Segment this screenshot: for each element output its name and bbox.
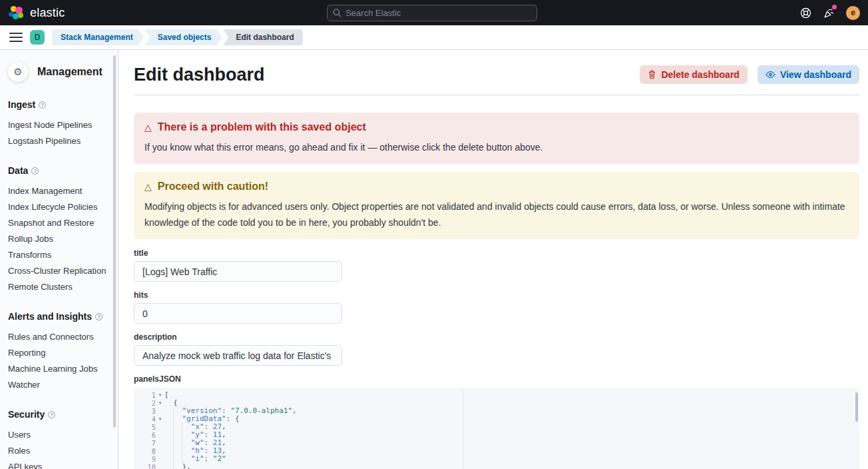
help-icon[interactable] — [799, 7, 811, 19]
description-field-label: description — [134, 332, 342, 342]
sidebar-item-logstash-pipelines[interactable]: Logstash Pipelines — [8, 133, 110, 149]
header-divider — [134, 95, 859, 95]
search-input[interactable] — [345, 8, 531, 18]
sidebar-scrollbar[interactable] — [113, 55, 116, 428]
hits-field-group: hits — [134, 290, 342, 324]
hits-field-label: hits — [134, 290, 342, 300]
eye-icon — [765, 71, 775, 79]
question-in-circle-icon[interactable]: ? — [48, 411, 55, 418]
newsfeed-icon[interactable] — [823, 7, 835, 19]
delete-dashboard-button[interactable]: Delete dashboard — [640, 65, 747, 84]
sidebar-item-rules-and-connectors[interactable]: Rules and Connectors — [8, 328, 110, 344]
warning-icon: △ — [144, 182, 152, 191]
sidebar-item-users[interactable]: Users — [8, 426, 110, 442]
error-callout-body: If you know what this error means, go ah… — [144, 139, 849, 155]
top-header-bar: elastic e — [0, 0, 868, 25]
question-in-circle-icon[interactable]: ? — [31, 167, 39, 175]
error-callout-title: There is a problem with this saved objec… — [158, 121, 366, 133]
sidebar-section: Data?Index ManagementIndex Lifecycle Pol… — [8, 165, 110, 294]
sidebar-item-machine-learning-jobs[interactable]: Machine Learning Jobs — [8, 360, 110, 376]
code-line: 9"i": "2" — [134, 455, 859, 463]
sidebar-item-watcher[interactable]: Watcher — [8, 376, 110, 392]
caution-callout: △ Proceed with caution! Modifying object… — [134, 172, 859, 239]
warning-icon: △ — [144, 123, 152, 132]
description-input[interactable] — [134, 345, 342, 366]
elastic-home-link[interactable]: elastic — [8, 5, 65, 21]
breadcrumb-stack-management[interactable]: Stack Management — [52, 29, 144, 45]
sidebar-section-title: Ingest — [8, 99, 35, 110]
sidebar-item-snapshot-and-restore[interactable]: Snapshot and Restore — [8, 215, 110, 231]
main-content: Edit dashboard Delete dashboard View das… — [118, 50, 868, 469]
sidebar-section: Security?UsersRolesAPI keysRole Mappings — [8, 409, 110, 469]
notification-dot — [832, 5, 837, 9]
gear-icon: ⚙ — [8, 62, 28, 82]
code-lines: 1▾[2▾{3"version": "7.0.0-alpha1",4▾"grid… — [134, 391, 859, 469]
code-line: 7"w": 21, — [134, 439, 859, 447]
search-icon — [333, 9, 341, 17]
fold-arrow-icon[interactable]: ▾ — [156, 415, 164, 423]
view-dashboard-label: View dashboard — [780, 69, 851, 80]
page-title: Edit dashboard — [134, 63, 265, 86]
sidebar-section: Alerts and Insights?Rules and Connectors… — [8, 311, 110, 392]
hits-input[interactable] — [134, 303, 342, 324]
caution-callout-body: Modifying objects is for advanced users … — [144, 199, 849, 231]
code-line: 10}, — [134, 463, 859, 469]
sidebar-item-rollup-jobs[interactable]: Rollup Jobs — [8, 231, 110, 246]
delete-dashboard-label: Delete dashboard — [661, 69, 739, 80]
sidebar-item-ingest-node-pipelines[interactable]: Ingest Node Pipelines — [8, 117, 110, 133]
global-search[interactable] — [327, 5, 537, 21]
code-line: 1▾[ — [134, 391, 859, 399]
sidebar-section-title: Security — [8, 409, 45, 420]
code-line: 3"version": "7.0.0-alpha1", — [134, 407, 859, 415]
sidebar-item-reporting[interactable]: Reporting — [8, 344, 110, 360]
sidebar-sections: Ingest?Ingest Node PipelinesLogstash Pip… — [8, 99, 110, 469]
management-sidebar: ⚙ Management Ingest?Ingest Node Pipeline… — [0, 50, 118, 469]
error-callout: △ There is a problem with this saved obj… — [134, 113, 859, 164]
question-in-circle-icon[interactable]: ? — [39, 101, 46, 109]
user-avatar[interactable]: e — [846, 6, 860, 20]
sidebar-item-transforms[interactable]: Transforms — [8, 246, 110, 262]
code-line: 8"h": 13, — [134, 447, 859, 455]
question-in-circle-icon[interactable]: ? — [95, 313, 103, 320]
caution-callout-title: Proceed with caution! — [158, 181, 268, 193]
sidebar-section: Ingest?Ingest Node PipelinesLogstash Pip… — [8, 99, 110, 149]
view-dashboard-button[interactable]: View dashboard — [758, 65, 859, 84]
code-line: 4▾"gridData": { — [134, 415, 859, 423]
sidebar-item-roles[interactable]: Roles — [8, 442, 110, 458]
sidebar-item-remote-clusters[interactable]: Remote Clusters — [8, 278, 110, 294]
breadcrumb: Stack Management Saved objects Edit dash… — [52, 29, 303, 45]
logo-text: elastic — [30, 6, 65, 20]
breadcrumb-bar: D Stack Management Saved objects Edit da… — [0, 25, 868, 50]
menu-icon[interactable] — [9, 33, 23, 42]
description-field-group: description — [134, 332, 342, 366]
elastic-logo-icon — [8, 5, 24, 21]
trash-icon — [648, 70, 656, 79]
sidebar-item-api-keys[interactable]: API keys — [8, 458, 110, 469]
breadcrumb-saved-objects[interactable]: Saved objects — [145, 29, 222, 45]
title-field-group: title — [134, 248, 342, 282]
panelsjson-code-editor[interactable]: 1▾[2▾{3"version": "7.0.0-alpha1",4▾"grid… — [134, 388, 859, 469]
sidebar-item-index-management[interactable]: Index Management — [8, 183, 110, 199]
print-margin-line — [463, 388, 463, 469]
sidebar-section-title: Data — [8, 165, 28, 176]
breadcrumb-current: Edit dashboard — [223, 29, 302, 45]
editor-scrollbar[interactable] — [855, 392, 858, 422]
sidebar-item-cross-cluster-replication[interactable]: Cross-Cluster Replication — [8, 262, 110, 278]
code-line: 6"y": 11, — [134, 431, 859, 439]
fold-arrow-icon[interactable]: ▾ — [156, 399, 164, 407]
title-input[interactable] — [134, 261, 342, 282]
sidebar-title: Management — [37, 66, 103, 78]
space-badge[interactable]: D — [30, 30, 45, 45]
sidebar-item-index-lifecycle-policies[interactable]: Index Lifecycle Policies — [8, 199, 110, 215]
title-field-label: title — [134, 248, 342, 258]
fold-arrow-icon[interactable]: ▾ — [156, 391, 164, 399]
code-line: 5"x": 27, — [134, 423, 859, 431]
sidebar-section-title: Alerts and Insights — [8, 311, 92, 322]
panelsjson-label: panelsJSON — [134, 374, 859, 384]
